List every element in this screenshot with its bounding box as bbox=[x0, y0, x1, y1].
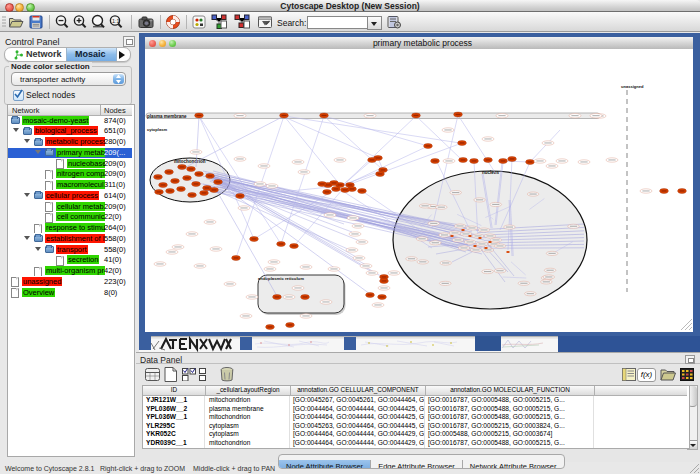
svg-text:1:1: 1:1 bbox=[112, 18, 120, 24]
svg-text:mitochondrion: mitochondrion bbox=[174, 159, 206, 164]
svg-text:cytoplasm: cytoplasm bbox=[147, 127, 167, 132]
svg-text:nucleus: nucleus bbox=[482, 170, 500, 175]
svg-text:plasma membrane: plasma membrane bbox=[147, 114, 187, 119]
svg-text:unassigned: unassigned bbox=[621, 84, 644, 89]
svg-text:endoplasmic reticulum: endoplasmic reticulum bbox=[258, 276, 304, 281]
